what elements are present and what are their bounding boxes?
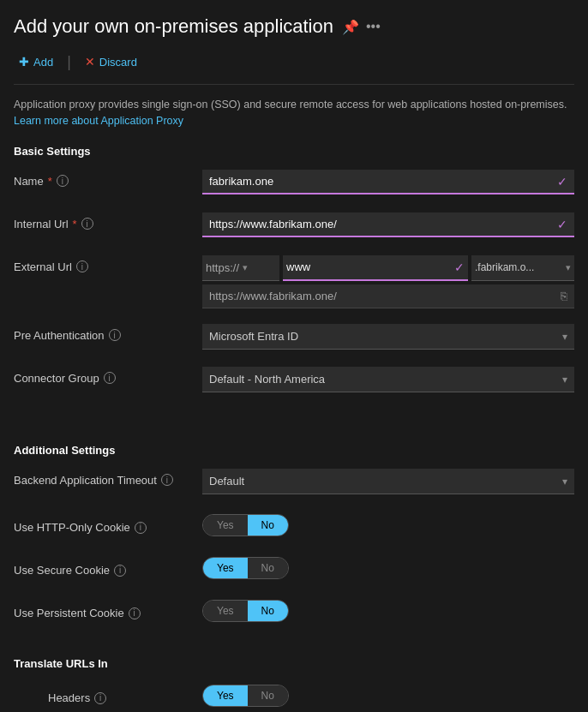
secure-cookie-info-icon[interactable]: i (114, 565, 126, 577)
http-only-info-icon[interactable]: i (135, 522, 147, 534)
headers-no-button[interactable]: No (248, 685, 288, 706)
pin-icon[interactable]: 📌 (342, 19, 359, 35)
connector-group-label: Connector Group i (14, 367, 202, 385)
name-required-star: * (48, 175, 52, 188)
backend-timeout-info-icon[interactable]: i (161, 474, 173, 486)
additional-settings-title: Additional Settings (14, 444, 574, 457)
internal-url-input-wrapper (202, 212, 574, 237)
pre-auth-select-wrapper: Microsoft Entra ID Passthrough ▾ (202, 324, 574, 350)
discard-button[interactable]: ✕ Discard (80, 51, 142, 72)
internal-url-info-icon[interactable]: i (81, 218, 93, 230)
connector-group-info-icon[interactable]: i (104, 372, 116, 384)
external-url-subdomain-input[interactable]: ✓ (283, 255, 468, 281)
external-url-scheme-select[interactable]: https:// ▾ (202, 255, 279, 281)
http-only-no-button[interactable]: No (248, 515, 288, 535)
translate-urls-title: Translate URLs In (14, 657, 574, 670)
pre-auth-info-icon[interactable]: i (109, 329, 121, 341)
secure-cookie-row: Use Secure Cookie i Yes No (14, 554, 574, 582)
headers-row: Headers i Yes No (14, 682, 574, 709)
page-title: Add your own on-premises application 📌 •… (14, 15, 574, 38)
external-url-readonly: https://www.fabrikam.one/ ⎘ (202, 284, 574, 308)
pre-auth-row: Pre Authentication i Microsoft Entra ID … (14, 324, 574, 351)
persistent-cookie-info-icon[interactable]: i (129, 607, 141, 619)
connector-group-row: Connector Group i Default - North Americ… (14, 367, 574, 394)
scheme-text: https:// (206, 261, 239, 274)
subdomain-check-icon: ✓ (454, 260, 465, 274)
name-label: Name * i (14, 170, 202, 188)
basic-settings-title: Basic Settings (14, 145, 574, 158)
secure-cookie-control: Yes No (202, 557, 574, 579)
backend-timeout-control: Default Long ▾ (202, 469, 574, 494)
internal-url-row: Internal Url * i ✓ (14, 212, 574, 240)
headers-control: Yes No (202, 685, 574, 707)
name-check-icon: ✓ (557, 175, 567, 188)
persistent-cookie-yes-button[interactable]: Yes (203, 601, 248, 621)
headers-info-icon[interactable]: i (94, 692, 106, 704)
secure-cookie-label: Use Secure Cookie i (14, 559, 202, 577)
persistent-cookie-control: Yes No (202, 600, 574, 622)
persistent-cookie-no-button[interactable]: No (248, 601, 288, 621)
name-input-wrapper (202, 170, 574, 194)
secure-cookie-yes-button[interactable]: Yes (203, 558, 248, 578)
info-banner: Application proxy provides single sign-o… (14, 97, 574, 129)
internal-url-check-icon: ✓ (557, 218, 567, 231)
learn-more-link[interactable]: Learn more about Application Proxy (14, 115, 183, 127)
connector-group-control: Default - North America Default - Europe… (202, 367, 574, 392)
domain-chevron: ▾ (566, 262, 571, 273)
persistent-cookie-toggle: Yes No (202, 600, 289, 622)
connector-group-select[interactable]: Default - North America Default - Europe (202, 367, 574, 392)
backend-timeout-label: Backend Application Timeout i (14, 469, 202, 487)
backend-timeout-row: Backend Application Timeout i Default Lo… (14, 469, 574, 496)
internal-url-label: Internal Url * i (14, 212, 202, 230)
persistent-cookie-row: Use Persistent Cookie i Yes No (14, 597, 574, 625)
secure-cookie-no-button[interactable]: No (248, 558, 288, 578)
external-url-row: External Url i https:// ▾ ✓ .fabrikam.o.… (14, 255, 574, 308)
pre-auth-control: Microsoft Entra ID Passthrough ▾ (202, 324, 574, 350)
subdomain-field[interactable] (286, 260, 451, 273)
persistent-cookie-label: Use Persistent Cookie i (14, 601, 202, 619)
http-only-label: Use HTTP-Only Cookie i (14, 516, 202, 534)
external-url-label: External Url i (14, 255, 202, 273)
name-info-icon[interactable]: i (57, 175, 69, 187)
headers-toggle: Yes No (202, 685, 289, 707)
connector-group-select-wrapper: Default - North America Default - Europe… (202, 367, 574, 392)
backend-timeout-select-wrapper: Default Long ▾ (202, 469, 574, 494)
add-button[interactable]: ✚ Add (14, 51, 58, 72)
http-only-toggle: Yes No (202, 514, 289, 536)
external-url-domain-select[interactable]: .fabrikam.o... ▾ (471, 255, 574, 281)
discard-label: Discard (99, 56, 137, 69)
pre-auth-label: Pre Authentication i (14, 324, 202, 342)
headers-yes-button[interactable]: Yes (203, 685, 248, 706)
backend-timeout-select[interactable]: Default Long (202, 469, 574, 494)
pre-auth-select[interactable]: Microsoft Entra ID Passthrough (202, 324, 574, 350)
internal-url-input[interactable] (209, 218, 567, 230)
external-url-readonly-text: https://www.fabrikam.one/ (209, 290, 337, 302)
external-url-info-icon[interactable]: i (76, 260, 88, 272)
name-row: Name * i ✓ (14, 170, 574, 197)
headers-label: Headers i (48, 686, 202, 704)
name-control: ✓ (202, 170, 574, 194)
page-title-text: Add your own on-premises application (14, 15, 333, 38)
add-label: Add (33, 56, 53, 69)
more-options-icon[interactable]: ••• (366, 19, 381, 35)
add-icon: ✚ (19, 55, 29, 69)
secure-cookie-toggle: Yes No (202, 557, 289, 579)
http-only-control: Yes No (202, 514, 574, 536)
info-text-content: Application proxy provides single sign-o… (14, 99, 567, 111)
internal-url-required-star: * (73, 218, 77, 230)
http-only-row: Use HTTP-Only Cookie i Yes No (14, 512, 574, 539)
name-input[interactable] (209, 175, 567, 188)
copy-icon[interactable]: ⎘ (561, 290, 567, 302)
internal-url-control: ✓ (202, 212, 574, 237)
toolbar-divider: | (67, 53, 71, 71)
http-only-yes-button[interactable]: Yes (203, 515, 248, 535)
toolbar: ✚ Add | ✕ Discard (14, 51, 574, 85)
domain-text: .fabrikam.o... (475, 261, 534, 273)
external-url-control: https:// ▾ ✓ .fabrikam.o... ▾ https://ww… (202, 255, 574, 308)
discard-icon: ✕ (85, 55, 95, 69)
scheme-chevron: ▾ (243, 262, 248, 273)
